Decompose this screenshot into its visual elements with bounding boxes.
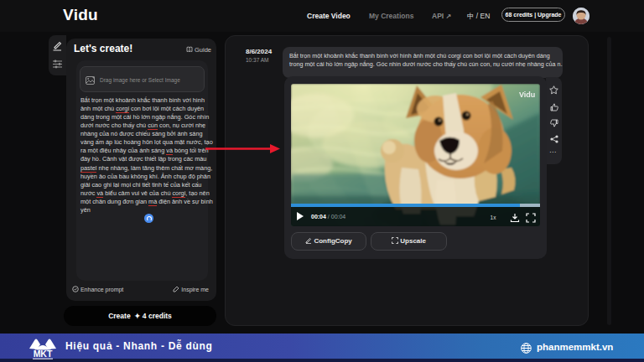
svg-text:MKT: MKT xyxy=(34,349,53,359)
svg-text:Vidu: Vidu xyxy=(519,90,535,99)
